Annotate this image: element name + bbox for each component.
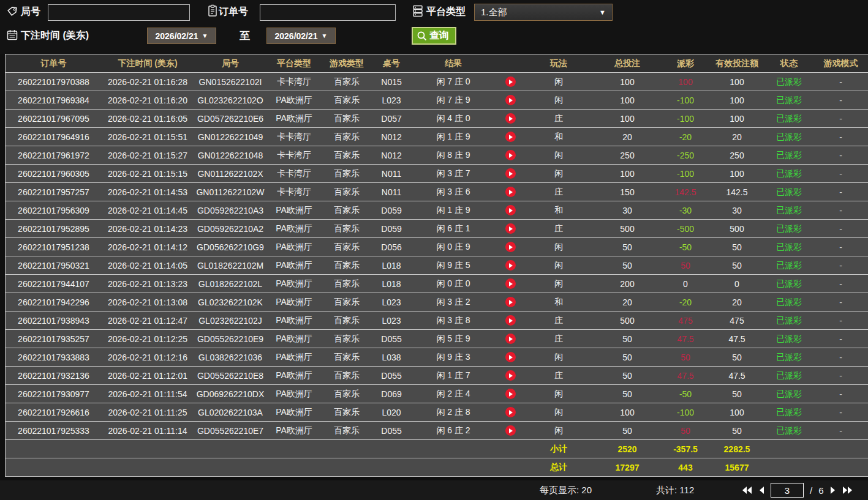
cell-status: 已派彩 xyxy=(764,183,813,201)
cell-game-type: 百家乐 xyxy=(321,128,372,146)
cell-payout: -250 xyxy=(662,146,709,164)
col-header-status: 状态 xyxy=(764,54,813,72)
replay-play-button[interactable] xyxy=(505,242,516,252)
cell-total-bet: 50 xyxy=(593,238,662,256)
cell-order-no: 260221017944107 xyxy=(6,275,102,293)
table-row: 260221017926616 2026-02-21 01:11:25 GL02… xyxy=(6,403,868,422)
date-from-picker[interactable]: 2026/02/21 ▼ xyxy=(147,28,216,44)
cell-order-no: 260221017925333 xyxy=(6,422,102,439)
cell-table-no: D057 xyxy=(372,110,410,127)
replay-play-button[interactable] xyxy=(505,370,516,381)
cell-table-no: L038 xyxy=(372,348,410,366)
current-page-input[interactable]: 3 xyxy=(771,483,804,498)
col-header-valid-bet: 有效投注额 xyxy=(709,54,764,72)
replay-play-button[interactable] xyxy=(505,205,516,215)
cell-table-no: N012 xyxy=(372,146,410,164)
cell-payout: -500 xyxy=(662,220,709,237)
clipboard-icon xyxy=(206,4,219,17)
replay-play-button[interactable] xyxy=(505,223,516,234)
cell-platform: PA欧洲厅 xyxy=(267,91,321,109)
cell-status: 已派彩 xyxy=(764,220,813,237)
cell-replay xyxy=(496,146,524,164)
cell-payout: -50 xyxy=(662,385,709,403)
cell-replay xyxy=(496,385,524,403)
replay-play-button[interactable] xyxy=(505,187,516,197)
replay-play-button[interactable] xyxy=(505,150,516,160)
cell-valid-bet: 100 xyxy=(709,91,764,109)
cell-order-no: 260221017935257 xyxy=(6,330,102,348)
replay-play-button[interactable] xyxy=(505,352,516,362)
col-header-total-bet: 总投注 xyxy=(593,54,662,72)
cell-game-type: 百家乐 xyxy=(321,183,372,201)
replay-play-button[interactable] xyxy=(505,113,516,124)
prev-page-button[interactable] xyxy=(758,486,764,494)
cell-round-no: GN0112622102X xyxy=(194,165,267,182)
cell-round-no: GL0182622102L xyxy=(194,275,267,293)
next-page-button[interactable] xyxy=(830,486,836,494)
cell-game-type: 百家乐 xyxy=(321,367,372,384)
cell-payout: 50 xyxy=(662,422,709,439)
round-no-input[interactable] xyxy=(48,4,190,21)
cell-table-no: L018 xyxy=(372,275,410,293)
first-page-button[interactable] xyxy=(741,486,752,494)
cell-play-type: 和 xyxy=(524,128,593,146)
cell-game-type: 百家乐 xyxy=(321,201,372,219)
total-valid-bet: 15677 xyxy=(709,458,764,476)
cell-order-no: 260221017932136 xyxy=(6,367,102,384)
cell-total-bet: 100 xyxy=(593,403,662,421)
cell-status: 已派彩 xyxy=(764,201,813,219)
replay-play-button[interactable] xyxy=(505,76,516,87)
cell-table-no: L023 xyxy=(372,293,410,311)
replay-play-button[interactable] xyxy=(505,260,516,271)
cell-bet-time: 2026-02-21 01:11:25 xyxy=(102,403,194,421)
replay-play-button[interactable] xyxy=(505,95,516,105)
replay-play-button[interactable] xyxy=(505,334,516,344)
replay-play-button[interactable] xyxy=(505,297,516,307)
cell-status: 已派彩 xyxy=(764,73,813,91)
replay-play-button[interactable] xyxy=(505,407,516,417)
cell-payout: -20 xyxy=(662,128,709,146)
cell-payout: -100 xyxy=(662,110,709,127)
cell-table-no: L023 xyxy=(372,91,410,109)
replay-play-button[interactable] xyxy=(505,425,516,436)
cell-payout: 47.5 xyxy=(662,367,709,384)
cell-round-no: GD059262210A3 xyxy=(194,201,267,219)
bet-records-table: 订单号 下注时间 (美东) 局号 平台类型 游戏类型 桌号 结果 玩法 总投注 … xyxy=(5,54,868,477)
cell-play-type: 庄 xyxy=(524,330,593,348)
search-button[interactable]: 查询 xyxy=(412,27,456,45)
replay-play-button[interactable] xyxy=(505,389,516,399)
record-count-label: 共计: 112 xyxy=(656,485,694,496)
cell-replay xyxy=(496,183,524,201)
cell-game-type: 百家乐 xyxy=(321,146,372,164)
cell-platform: PA欧洲厅 xyxy=(267,238,321,256)
cell-platform: PA欧洲厅 xyxy=(267,385,321,403)
cell-table-no: D055 xyxy=(372,367,410,384)
cell-game-mode: - xyxy=(813,403,868,421)
cell-status: 已派彩 xyxy=(764,165,813,182)
cell-platform: PA欧洲厅 xyxy=(267,110,321,127)
cell-status: 已派彩 xyxy=(764,312,813,329)
replay-play-button[interactable] xyxy=(505,315,516,326)
date-to-value: 2026/02/21 xyxy=(275,31,318,41)
cell-platform: 卡卡湾厅 xyxy=(267,128,321,146)
cell-order-no: 260221017970388 xyxy=(6,73,102,91)
cell-valid-bet: 50 xyxy=(709,348,764,366)
cell-table-no: D055 xyxy=(372,330,410,348)
cell-valid-bet: 30 xyxy=(709,201,764,219)
replay-play-button[interactable] xyxy=(505,132,516,142)
cell-game-mode: - xyxy=(813,91,868,109)
cell-round-no: GD055262210E8 xyxy=(194,367,267,384)
replay-play-button[interactable] xyxy=(505,278,516,289)
cell-total-bet: 20 xyxy=(593,128,662,146)
total-row: 总计 17297 443 15677 xyxy=(6,458,868,477)
col-header-round-no: 局号 xyxy=(194,54,267,72)
date-to-picker[interactable]: 2026/02/21 ▼ xyxy=(266,28,336,44)
platform-type-select[interactable]: 1.全部 ▼ xyxy=(474,4,613,21)
cell-bet-time: 2026-02-21 01:15:27 xyxy=(102,146,194,164)
replay-play-button[interactable] xyxy=(505,168,516,179)
last-page-button[interactable] xyxy=(842,486,853,494)
cell-platform: 卡卡湾厅 xyxy=(267,146,321,164)
table-row: 260221017930977 2026-02-21 01:11:54 GD06… xyxy=(6,385,868,403)
order-no-input[interactable] xyxy=(260,4,396,21)
cell-status: 已派彩 xyxy=(764,238,813,256)
